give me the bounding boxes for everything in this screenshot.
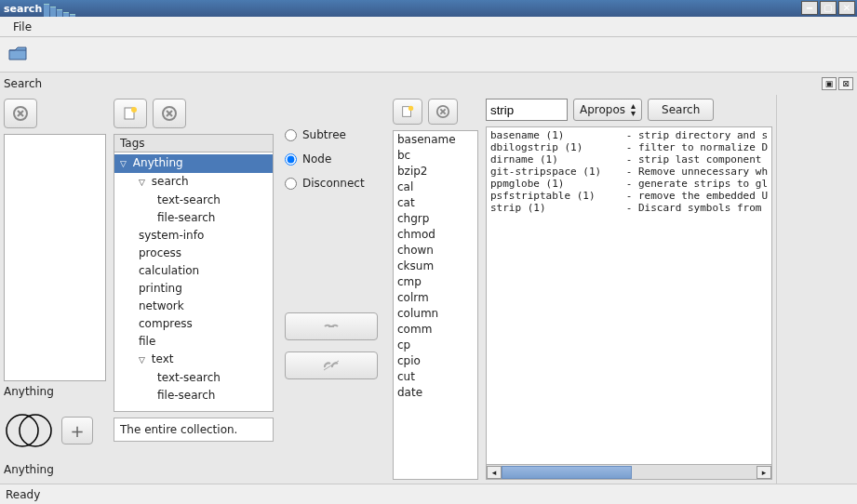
maximize-button[interactable]: ▢ bbox=[820, 1, 837, 15]
tags-header: Tags bbox=[114, 134, 274, 152]
panel-close-button[interactable]: ⊠ bbox=[838, 77, 853, 90]
menu-file[interactable]: File bbox=[6, 19, 39, 35]
command-item[interactable]: chgrp bbox=[397, 211, 474, 227]
tree-item-Anything[interactable]: Anything bbox=[114, 154, 273, 173]
commands-column: basenamebcbzip2calcatchgrpchmodchowncksu… bbox=[389, 95, 482, 484]
command-item[interactable]: bc bbox=[397, 148, 474, 164]
unlink-button[interactable] bbox=[285, 351, 378, 379]
command-item[interactable]: column bbox=[397, 306, 474, 322]
titlebar-decoration bbox=[44, 0, 76, 17]
titlebar[interactable]: search ━ ▢ ✕ bbox=[0, 0, 857, 17]
panel-title: Search bbox=[4, 77, 42, 90]
tree-item-process[interactable]: process bbox=[114, 245, 273, 262]
close-button[interactable]: ✕ bbox=[838, 1, 855, 15]
menubar: File bbox=[0, 17, 857, 37]
command-item[interactable]: comm bbox=[397, 322, 474, 338]
svg-point-2 bbox=[20, 415, 51, 446]
main-area: Anything + Anything Tags Anything search… bbox=[0, 95, 857, 484]
tree-item-network[interactable]: network bbox=[114, 298, 273, 315]
command-item[interactable]: cpio bbox=[397, 353, 474, 369]
search-results[interactable]: basename (1) - strip directory and s dbi… bbox=[486, 126, 772, 465]
command-item[interactable]: cal bbox=[397, 179, 474, 195]
command-list[interactable]: basenamebcbzip2calcatchgrpchmodchowncksu… bbox=[393, 130, 478, 480]
radio-disconnect[interactable]: Disconnect bbox=[285, 177, 365, 190]
tags-column: Tags Anything searchtext-searchfile-sear… bbox=[110, 95, 277, 484]
radio-column: Subtree Node Disconnect bbox=[277, 95, 389, 484]
scroll-right-button[interactable]: ▸ bbox=[757, 466, 771, 479]
folder-icon[interactable] bbox=[6, 45, 32, 65]
statusbar: Ready bbox=[0, 484, 857, 504]
left-label-1: Anything bbox=[4, 385, 106, 398]
radio-node[interactable]: Node bbox=[285, 153, 331, 166]
svg-point-7 bbox=[408, 106, 413, 111]
tree-item-printing[interactable]: printing bbox=[114, 280, 273, 298]
command-item[interactable]: cut bbox=[397, 369, 474, 385]
toolbar bbox=[0, 37, 857, 73]
command-item[interactable]: chmod bbox=[397, 227, 474, 243]
panel-restore-button[interactable]: ▣ bbox=[822, 77, 837, 90]
scroll-left-button[interactable]: ◂ bbox=[487, 466, 502, 479]
status-text: Ready bbox=[6, 488, 40, 501]
command-item[interactable]: date bbox=[397, 385, 474, 401]
tag-description: The entire collection. bbox=[114, 418, 274, 442]
left-frame[interactable] bbox=[4, 134, 106, 381]
new-tag-button[interactable] bbox=[114, 99, 147, 128]
left-label-2: Anything bbox=[4, 463, 106, 476]
right-gutter bbox=[776, 95, 857, 484]
clear-left-button[interactable] bbox=[4, 99, 37, 128]
minimize-button[interactable]: ━ bbox=[801, 1, 818, 15]
tree-item-file-search[interactable]: file-search bbox=[114, 209, 273, 227]
command-item[interactable]: bzip2 bbox=[397, 164, 474, 179]
command-item[interactable]: cksum bbox=[397, 259, 474, 274]
tree-item-search[interactable]: search bbox=[114, 173, 273, 192]
panel-header: Search ▣ ⊠ bbox=[0, 73, 857, 95]
tree-item-text[interactable]: text bbox=[114, 351, 273, 369]
tree-item-compress[interactable]: compress bbox=[114, 315, 273, 333]
window-title: search bbox=[4, 3, 42, 15]
command-item[interactable]: chown bbox=[397, 243, 474, 259]
venn-icon[interactable] bbox=[4, 405, 54, 456]
tree-item-system-info[interactable]: system-info bbox=[114, 227, 273, 245]
tree-item-file-search[interactable]: file-search bbox=[114, 387, 273, 405]
tree-item-text-search[interactable]: text-search bbox=[114, 369, 273, 387]
svg-point-1 bbox=[7, 415, 38, 446]
clear-command-button[interactable] bbox=[428, 99, 458, 125]
tree-item-calculation[interactable]: calculation bbox=[114, 262, 273, 280]
radio-subtree[interactable]: Subtree bbox=[285, 128, 346, 141]
new-command-button[interactable] bbox=[393, 99, 422, 125]
search-button[interactable]: Search bbox=[648, 99, 714, 121]
tags-tree[interactable]: Anything searchtext-searchfile-searchsys… bbox=[114, 152, 274, 412]
search-input[interactable] bbox=[486, 99, 568, 121]
link-button[interactable] bbox=[285, 312, 378, 340]
command-item[interactable]: cat bbox=[397, 195, 474, 211]
command-item[interactable]: colrm bbox=[397, 290, 474, 306]
tree-item-text-search[interactable]: text-search bbox=[114, 192, 273, 209]
search-mode-dropdown[interactable]: Apropos ▴▾ bbox=[573, 99, 642, 121]
results-hscroll[interactable]: ◂ ▸ bbox=[486, 465, 772, 480]
tree-item-file[interactable]: file bbox=[114, 333, 273, 351]
command-item[interactable]: basename bbox=[397, 132, 474, 148]
chevron-updown-icon: ▴▾ bbox=[631, 102, 636, 117]
clear-tag-button[interactable] bbox=[153, 99, 186, 128]
add-button[interactable]: + bbox=[61, 417, 93, 444]
search-column: Apropos ▴▾ Search basename (1) - strip d… bbox=[482, 95, 776, 484]
left-column: Anything + Anything bbox=[0, 95, 110, 484]
svg-point-4 bbox=[131, 107, 137, 113]
command-item[interactable]: cp bbox=[397, 338, 474, 353]
command-item[interactable]: cmp bbox=[397, 274, 474, 290]
scroll-thumb[interactable] bbox=[502, 466, 632, 479]
